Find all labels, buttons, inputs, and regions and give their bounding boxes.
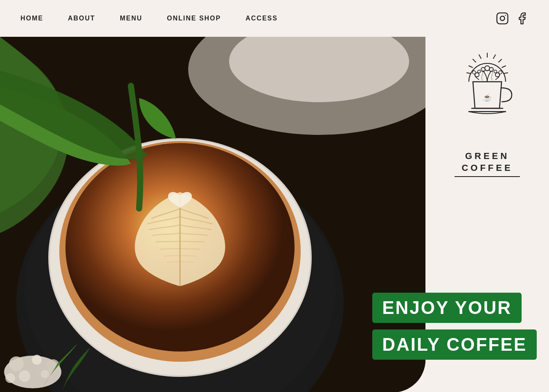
nav-about[interactable]: ABOUT xyxy=(68,15,95,22)
svg-line-25 xyxy=(467,73,471,74)
logo-container: ☕ GREEN COFFEE xyxy=(446,49,528,177)
nav-access[interactable]: ACCESS xyxy=(245,15,278,22)
brand-name-line2: COFFEE xyxy=(454,162,520,174)
svg-point-28 xyxy=(478,70,481,73)
coffee-art xyxy=(0,37,425,392)
svg-point-16 xyxy=(5,373,15,383)
svg-point-34 xyxy=(494,70,497,73)
navbar: HOME ABOUT MENU ONLINE SHOP ACCESS xyxy=(0,0,549,37)
logo-underline xyxy=(454,176,520,177)
hero-text: ENJOY YOUR DAILY COFFEE xyxy=(372,293,537,360)
facebook-icon[interactable] xyxy=(515,12,529,25)
svg-point-14 xyxy=(19,370,30,382)
brand-name-line1: GREEN xyxy=(454,150,520,162)
svg-line-23 xyxy=(473,59,476,62)
svg-point-12 xyxy=(32,355,42,365)
svg-line-19 xyxy=(499,59,502,62)
svg-point-31 xyxy=(485,66,490,71)
svg-rect-0 xyxy=(497,13,508,24)
svg-point-11 xyxy=(9,356,24,371)
social-icons xyxy=(496,12,529,25)
svg-text:☕: ☕ xyxy=(483,93,492,102)
hero-image xyxy=(0,37,425,392)
svg-point-15 xyxy=(41,370,49,378)
main-content: ☕ GREEN COFFEE ENJOY YOUR DAILY COFFEE xyxy=(0,37,549,392)
svg-line-24 xyxy=(469,66,473,67)
svg-point-33 xyxy=(499,71,502,74)
nav-menu[interactable]: MENU xyxy=(120,15,142,22)
right-panel: ☕ GREEN COFFEE ENJOY YOUR DAILY COFFEE xyxy=(425,37,549,392)
svg-line-20 xyxy=(502,66,506,67)
hero-line1: ENJOY YOUR xyxy=(372,293,522,323)
nav-home[interactable]: HOME xyxy=(20,15,43,22)
svg-line-21 xyxy=(504,73,508,74)
instagram-icon[interactable] xyxy=(496,12,509,25)
brand-name: GREEN COFFEE xyxy=(454,150,520,177)
brand-logo: ☕ xyxy=(446,49,528,147)
nav-online-shop[interactable]: ONLINE SHOP xyxy=(167,15,221,22)
svg-line-18 xyxy=(493,55,495,58)
svg-point-27 xyxy=(473,71,476,74)
hero-line2: DAILY COFFEE xyxy=(372,329,537,360)
svg-line-22 xyxy=(479,55,481,58)
